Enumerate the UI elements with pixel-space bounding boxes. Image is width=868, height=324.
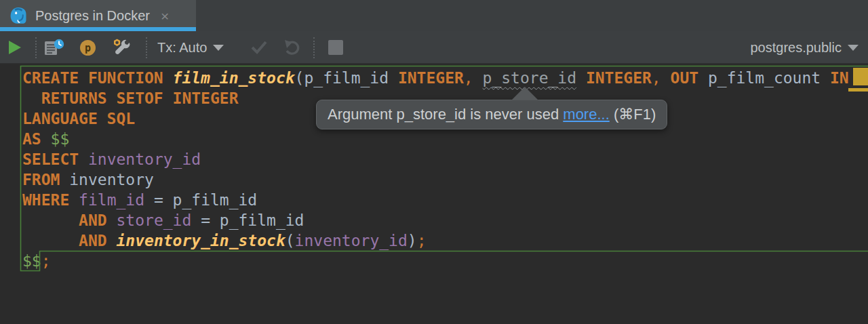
inspection-tooltip: Argument p_store_id is never used more..… bbox=[316, 100, 667, 129]
rollback-undo-icon bbox=[283, 39, 302, 56]
code-line[interactable]: SELECT inventory_id bbox=[22, 149, 849, 169]
stop-square-icon bbox=[328, 39, 344, 56]
tooltip-more-link[interactable]: more... bbox=[563, 106, 609, 123]
settings-button[interactable] bbox=[111, 31, 132, 64]
tooltip-arrow bbox=[511, 87, 538, 100]
rollback-button[interactable] bbox=[283, 31, 302, 64]
chevron-down-icon bbox=[213, 45, 224, 51]
console-button[interactable]: p bbox=[79, 31, 97, 64]
code-line[interactable]: AND store_id = p_film_id bbox=[22, 210, 849, 230]
tab-title: Postgres in Docker bbox=[35, 8, 150, 24]
history-document-clock-icon bbox=[43, 38, 65, 57]
inspection-warning-widget[interactable] bbox=[853, 68, 868, 85]
code-line[interactable]: WHERE film_id = p_film_id bbox=[22, 190, 849, 210]
tx-mode-label: Tx: Auto bbox=[157, 40, 207, 56]
toolbar-separator bbox=[146, 37, 147, 58]
tooltip-shortcut: (⌘F1) bbox=[610, 106, 656, 123]
tooltip-message: Argument p_store_id is never used bbox=[328, 106, 563, 123]
settings-wrench-icon bbox=[111, 37, 132, 58]
code-line[interactable]: AND inventory_in_stock(inventory_id); bbox=[22, 230, 849, 251]
chevron-down-icon bbox=[848, 45, 859, 51]
run-button[interactable] bbox=[5, 31, 23, 64]
tab-postgres-in-docker[interactable]: Postgres in Docker × bbox=[0, 0, 196, 31]
schema-label: postgres.public bbox=[750, 40, 842, 56]
editor-toolbar: p Tx: Auto bbox=[0, 31, 868, 64]
code-lines[interactable]: CREATE FUNCTION film_in_stock(p_film_id … bbox=[22, 68, 849, 271]
execution-history-button[interactable] bbox=[43, 31, 65, 64]
code-line[interactable]: CREATE FUNCTION film_in_stock(p_film_id … bbox=[22, 68, 849, 88]
code-line[interactable]: FROM inventory bbox=[22, 169, 849, 190]
ide-window: Postgres in Docker × bbox=[0, 0, 868, 324]
tx-mode-selector[interactable]: Tx: Auto bbox=[157, 31, 224, 64]
toolbar-separator bbox=[35, 37, 37, 58]
commit-check-icon bbox=[250, 40, 269, 55]
code-line[interactable]: AS $$ bbox=[22, 129, 849, 149]
tab-close-icon[interactable]: × bbox=[161, 9, 169, 23]
commit-button[interactable] bbox=[250, 31, 269, 64]
stop-button[interactable] bbox=[328, 31, 344, 64]
svg-text:p: p bbox=[85, 41, 91, 54]
postgres-elephant-icon bbox=[9, 6, 28, 25]
run-play-icon bbox=[5, 39, 23, 56]
warning-stripe-mark[interactable] bbox=[848, 88, 868, 92]
code-line[interactable]: $$; bbox=[22, 251, 849, 271]
console-p-icon: p bbox=[79, 39, 97, 57]
toolbar-separator bbox=[313, 37, 315, 58]
schema-selector[interactable]: postgres.public bbox=[750, 31, 859, 64]
editor-tab-bar: Postgres in Docker × bbox=[0, 0, 868, 31]
